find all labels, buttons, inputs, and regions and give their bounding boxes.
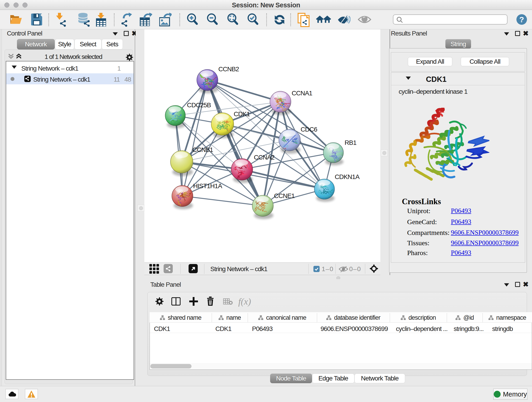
svg-text:HIST1H1A: HIST1H1A: [193, 182, 222, 190]
svg-text:RB1: RB1: [345, 139, 356, 146]
svg-text:CCNA2: CCNA2: [254, 154, 274, 161]
svg-text:CDKN1A: CDKN1A: [335, 173, 360, 180]
svg-text:CCNE1: CCNE1: [274, 192, 295, 199]
svg-text:CCNB1: CCNB1: [192, 146, 213, 153]
svg-text:CCNB2: CCNB2: [218, 65, 239, 73]
svg-text:CDK1: CDK1: [234, 110, 250, 118]
svg-text:CCNA1: CCNA1: [292, 89, 312, 97]
svg-text:CDC25B: CDC25B: [187, 102, 211, 109]
svg-text:CDC6: CDC6: [301, 126, 317, 133]
